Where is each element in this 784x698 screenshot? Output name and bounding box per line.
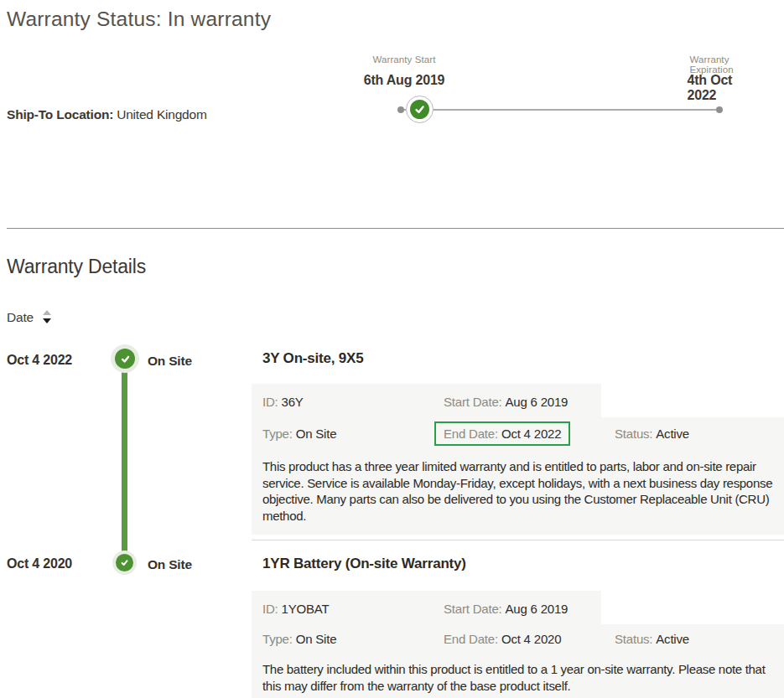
field-value: Aug 6 2019 — [506, 395, 569, 409]
field-value: Aug 6 2019 — [506, 602, 569, 616]
field-id: ID: 1YOBAT — [252, 592, 434, 624]
field-status: Status: Active — [600, 623, 784, 654]
field-label: Status: — [615, 632, 652, 646]
timeline-marker-check-icon — [116, 554, 133, 571]
entry-location: On Site — [148, 354, 192, 369]
ship-to-label: Ship-To Location: — [7, 107, 113, 122]
ship-to-value: United Kingdom — [117, 107, 207, 122]
page-title: Warranty Status: In warranty — [7, 8, 271, 31]
check-icon — [410, 100, 429, 119]
date-sort-label[interactable]: Date — [7, 310, 34, 324]
field-value: Oct 4 2022 — [501, 427, 561, 441]
field-start-date: Start Date: Aug 6 2019 — [434, 385, 600, 417]
section-divider — [7, 228, 784, 229]
entry-location: On Site — [148, 557, 192, 572]
ship-to-location: Ship-To Location:United Kingdom — [7, 107, 207, 122]
warranty-expiration-label: Warranty Expiration — [690, 54, 753, 75]
field-start-date: Start Date: Aug 6 2019 — [434, 592, 600, 624]
warranty-card-title: 3Y On-site, 9X5 — [262, 350, 363, 367]
field-label: Start Date: — [444, 395, 502, 409]
field-end-date: End Date: Oct 4 2022 — [434, 417, 600, 449]
field-id: ID: 36Y — [252, 385, 434, 417]
timeline-marker-check-icon — [115, 349, 135, 369]
field-label: Start Date: — [444, 602, 502, 616]
warranty-start-label: Warranty Start — [372, 54, 435, 65]
timeline-connector — [122, 359, 127, 563]
field-value: On Site — [296, 427, 337, 441]
warranty-card-title: 1YR Battery (On-site Warranty) — [262, 556, 466, 572]
field-value: Oct 4 2020 — [501, 632, 561, 646]
field-value: Active — [656, 427, 689, 441]
panel-notch — [601, 591, 784, 624]
field-value: On Site — [296, 632, 337, 646]
field-label: End Date: — [444, 632, 498, 646]
end-date-highlight: End Date: Oct 4 2022 — [434, 421, 570, 446]
field-label: ID: — [262, 602, 278, 616]
field-status: Status: Active — [600, 417, 784, 449]
field-end-date: End Date: Oct 4 2020 — [434, 623, 600, 654]
timeline-track — [401, 109, 719, 111]
entry-date: Oct 4 2022 — [7, 353, 72, 368]
warranty-start-date: 6th Aug 2019 — [364, 73, 445, 88]
field-value: 36Y — [282, 395, 304, 409]
field-type: Type: On Site — [252, 417, 434, 449]
field-value: 1YOBAT — [282, 602, 330, 616]
field-label: End Date: — [444, 427, 498, 441]
field-label: Type: — [262, 427, 293, 441]
entry-date: Oct 4 2020 — [7, 556, 72, 571]
warranty-status-page: Warranty Status: In warranty Ship-To Loc… — [0, 0, 784, 698]
field-label: Status: — [615, 427, 652, 441]
field-label: Type: — [262, 632, 293, 646]
field-value: Active — [656, 632, 689, 646]
warranty-description: This product has a three year limited wa… — [262, 458, 784, 524]
panel-notch — [601, 384, 784, 417]
sort-arrows-icon[interactable] — [43, 310, 51, 323]
sort-ascending-icon[interactable] — [43, 310, 51, 315]
timeline-end-dot — [716, 106, 723, 113]
warranty-details-heading: Warranty Details — [7, 256, 146, 278]
progress-marker — [406, 96, 434, 123]
sort-descending-icon[interactable] — [43, 318, 51, 323]
field-type: Type: On Site — [252, 623, 434, 654]
warranty-expiration-date: 4th Oct 2022 — [688, 73, 752, 103]
timeline-start-dot — [397, 106, 404, 113]
card-divider — [252, 540, 784, 540]
field-label: ID: — [262, 395, 278, 409]
date-sort-control[interactable]: Date — [7, 310, 51, 325]
warranty-description: The battery included within this product… — [262, 661, 784, 694]
